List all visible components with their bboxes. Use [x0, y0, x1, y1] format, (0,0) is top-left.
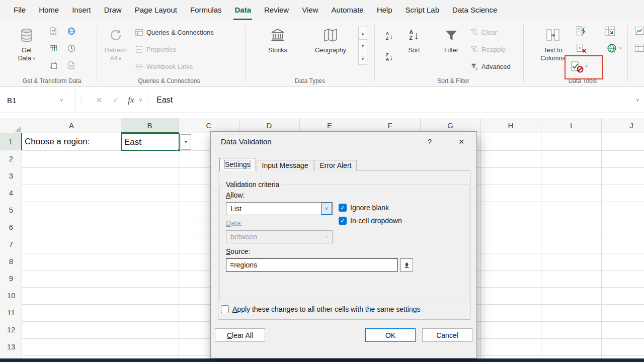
geography-button[interactable]: Geography — [307, 22, 354, 78]
formula-bar-expand-icon[interactable]: ˅ — [636, 98, 639, 103]
menu-tab-automate[interactable]: Automate — [325, 0, 370, 20]
existing-connections-button[interactable] — [46, 58, 60, 72]
tab-error-alert[interactable]: Error Alert — [314, 160, 357, 171]
grid-line-vertical — [601, 118, 602, 358]
row-header-13[interactable]: 13 — [0, 338, 22, 355]
refresh-all-button[interactable]: Refresh All˅ — [101, 22, 131, 78]
row-header-8[interactable]: 8 — [0, 253, 22, 270]
row-header-12[interactable]: 12 — [0, 321, 22, 338]
ok-button[interactable]: OK — [365, 328, 416, 342]
row-header-5[interactable]: 5 — [0, 202, 22, 219]
gallery-scroll-down-button[interactable]: ▾ — [358, 39, 367, 52]
row-header-2[interactable]: 2 — [0, 150, 22, 167]
name-box[interactable]: B1 ˅ — [0, 87, 75, 113]
from-web-button[interactable] — [64, 24, 78, 38]
properties-label: Properties — [146, 46, 176, 53]
row-header-7[interactable]: 7 — [0, 236, 22, 253]
menu-tab-formulas[interactable]: Formulas — [184, 0, 228, 20]
row-header-10[interactable]: 10 — [0, 287, 22, 304]
menu-tab-script-lab[interactable]: Script Lab — [399, 0, 446, 20]
stocks-button[interactable]: Stocks — [258, 22, 298, 78]
row-header-6[interactable]: 6 — [0, 219, 22, 236]
advanced-filter-button[interactable]: Advanced — [470, 59, 511, 73]
remove-duplicates-button[interactable] — [575, 41, 589, 55]
tab-input-message[interactable]: Input Message — [257, 160, 314, 171]
data-validation-button[interactable]: ˅ — [571, 58, 588, 74]
menu-tab-review[interactable]: Review — [258, 0, 295, 20]
from-web-icon — [67, 27, 76, 36]
menu-tab-help[interactable]: Help — [370, 0, 399, 20]
from-text-csv-button[interactable] — [46, 24, 60, 38]
reapply-filter-button[interactable]: Reapply — [470, 42, 506, 56]
menu-tab-page-layout[interactable]: Page Layout — [128, 0, 184, 20]
from-table-range-button[interactable] — [46, 41, 60, 55]
dropdown-arrow-icon: ▼ — [184, 140, 188, 144]
partial-ribbon-button[interactable] — [633, 24, 644, 38]
workbook-links-button[interactable]: Workbook Links — [135, 59, 193, 73]
partial-ribbon-button[interactable] — [633, 41, 644, 55]
formula-bar: B1 ˅ ⋮ ✕ ✓ fx ˅ East ˅ — [0, 87, 644, 113]
allow-dropdown-button[interactable]: ˅ — [321, 203, 332, 215]
row-header-1[interactable]: 1 — [0, 133, 22, 150]
consolidate-button[interactable] — [603, 24, 617, 38]
formula-bar-content[interactable]: East — [156, 96, 173, 105]
insert-function-icon[interactable]: fx — [128, 95, 134, 105]
allow-dropdown[interactable]: List ˅ — [226, 202, 333, 215]
dialog-close-button[interactable]: ✕ — [453, 135, 469, 149]
menu-tab-file[interactable]: File — [7, 0, 32, 20]
selected-cell-B1[interactable]: East — [121, 133, 180, 151]
checkbox-checked-icon[interactable]: ✓ — [339, 204, 347, 212]
sort-button[interactable]: AZ↓ Sort — [399, 22, 429, 78]
data-model-button[interactable]: ˅ — [603, 41, 624, 55]
menu-tab-data-science[interactable]: Data Science — [446, 0, 504, 20]
cancel-entry-icon[interactable]: ✕ — [96, 96, 103, 105]
cell-A1[interactable]: Choose a region: — [22, 133, 121, 150]
collapse-dialog-button[interactable] — [400, 258, 413, 272]
recent-sources-button[interactable] — [64, 41, 78, 55]
in-cell-dropdown-button[interactable]: ▼ — [181, 134, 191, 150]
menu-tab-insert[interactable]: Insert — [65, 0, 98, 20]
gallery-scroll-up-button[interactable]: ▴ — [358, 27, 367, 40]
row-header-11[interactable]: 11 — [0, 304, 22, 321]
checkbox-unchecked-icon[interactable] — [221, 305, 229, 313]
get-data-button[interactable]: Get Data˅ — [11, 22, 42, 78]
gallery-more-button[interactable]: ▾ — [358, 52, 367, 65]
fx-chevron-icon[interactable]: ˅ — [139, 98, 142, 103]
clear-all-button[interactable]: Clear All — [215, 328, 265, 342]
row-header-4[interactable]: 4 — [0, 185, 22, 202]
chevron-down-icon: ˅ — [119, 56, 121, 61]
queries-connections-button[interactable]: Queries & Connections — [135, 25, 214, 39]
column-header-b[interactable]: B — [121, 118, 179, 133]
column-header-i[interactable]: I — [541, 118, 601, 133]
apply-all-checkbox[interactable]: Apply these changes to all other cells w… — [221, 304, 421, 314]
column-header-h[interactable]: H — [480, 118, 541, 133]
sort-descending-button[interactable]: ZA↓ — [381, 50, 397, 64]
source-input[interactable] — [226, 258, 398, 272]
data-source-settings-button[interactable] — [64, 58, 78, 72]
menu-tab-draw[interactable]: Draw — [98, 0, 128, 20]
properties-button[interactable]: Properties — [135, 42, 176, 56]
select-all-corner[interactable] — [0, 118, 22, 133]
incell-dropdown-checkbox[interactable]: ✓ In-cell dropdown — [339, 216, 402, 226]
menu-tab-view[interactable]: View — [295, 0, 325, 20]
menu-tab-data[interactable]: Data — [228, 0, 258, 20]
cancel-button[interactable]: Cancel — [422, 328, 472, 342]
text-to-columns-button[interactable]: Text to Columns — [535, 22, 571, 78]
workbook-links-label: Workbook Links — [146, 63, 193, 70]
column-header-j[interactable]: J — [601, 118, 644, 133]
sort-ascending-button[interactable]: AZ↓ — [381, 29, 397, 43]
name-box-chevron-icon[interactable]: ˅ — [60, 98, 63, 103]
tab-settings[interactable]: Settings — [219, 158, 256, 171]
menu-tab-home[interactable]: Home — [32, 0, 65, 20]
dialog-help-button[interactable]: ? — [422, 135, 437, 149]
row-header-9[interactable]: 9 — [0, 270, 22, 287]
clear-filter-button[interactable]: Clear — [470, 25, 497, 39]
row-header-3[interactable]: 3 — [0, 167, 22, 185]
checkbox-checked-icon[interactable]: ✓ — [339, 217, 347, 225]
column-header-a[interactable]: A — [22, 118, 121, 133]
data-dropdown: between ˅ — [226, 230, 333, 243]
filter-button[interactable]: Filter — [436, 22, 467, 78]
flash-fill-button[interactable] — [575, 24, 589, 38]
ignore-blank-checkbox[interactable]: ✓ Ignore blank — [339, 203, 389, 213]
confirm-entry-icon[interactable]: ✓ — [113, 96, 119, 105]
